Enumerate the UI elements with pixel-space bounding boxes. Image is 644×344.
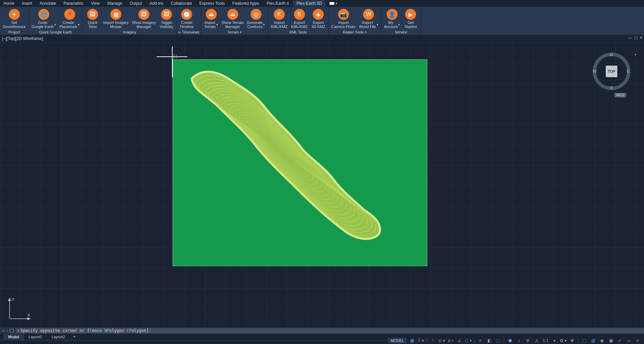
ribbon-panel-title[interactable]: Raster Tools▾ — [330, 29, 379, 35]
ribbon-btn-import-terrain[interactable]: ⛰Import Terrain▾ — [203, 8, 220, 29]
ribbon-panel-title[interactable]: Terrain▾ — [203, 29, 267, 35]
status-osnap-angle-icon[interactable]: ∠ — [456, 338, 463, 344]
status-isodraft-icon[interactable]: ⧄ ▾ — [447, 338, 454, 344]
status-osnap-icon[interactable]: ◻ ▾ — [465, 338, 472, 344]
camera-icon: 📷 — [338, 9, 349, 20]
viewport-label[interactable]: [–][Top][2D Wireframe] — [2, 36, 43, 41]
viewcube-east[interactable]: E — [627, 69, 630, 74]
status-selection-filter-icon[interactable]: ⟱ — [524, 338, 532, 344]
status-model-button[interactable]: MODEL — [388, 338, 407, 343]
ribbon-btn-import-imagery-mosaic[interactable]: ▦Import Imagery Mosaic — [102, 8, 130, 29]
ribbon-btn-set-georeference[interactable]: ✦Set Georeference — [1, 8, 27, 29]
status-annotation-scale-dropdown-icon[interactable]: ▾ — [551, 338, 558, 344]
status-transparency-icon[interactable]: ◧ — [485, 338, 493, 344]
viewcube-top-face[interactable]: TOP — [606, 66, 617, 77]
menu-tab-featured-apps[interactable]: Featured Apps — [232, 0, 259, 6]
status-dynamic-ucs-icon[interactable]: ⟟ — [515, 338, 523, 344]
command-opt-wpoly-hi[interactable]: WP — [104, 328, 109, 333]
layout-tab-add[interactable]: + — [70, 334, 79, 340]
menu-tab-plexearth4[interactable]: Plex.Earth 4 — [267, 0, 289, 6]
ribbon-btn-generate-contours[interactable]: ◎Generate Contours▾ — [246, 8, 267, 29]
ribbon-panel-title[interactable]: KML Tools — [269, 29, 327, 35]
ribbon-panel-title[interactable]: Project — [1, 29, 27, 35]
status-customize-icon[interactable]: ≡ — [634, 338, 641, 344]
ribbon-btn-my-account[interactable]: 👤My Account▾ — [383, 8, 402, 29]
menu-tab-collaborate[interactable]: Collaborate — [171, 0, 192, 6]
menu-tab-plexearth5d[interactable]: Plex-Earth 5D — [293, 0, 325, 6]
ribbon-btn-create-timeline[interactable]: 🕑Create Timeline — [178, 8, 195, 29]
status-3dosnap-icon[interactable]: ⬣ — [506, 338, 514, 344]
ribbon-btn-get-started[interactable]: ▶Get Started — [402, 8, 419, 29]
menu-tab-view[interactable]: View — [91, 0, 100, 6]
viewcube-menu-icon[interactable]: ▾ — [635, 53, 636, 56]
menu-tab-manage[interactable]: Manage — [107, 0, 122, 6]
ribbon-btn-import-camera-photo[interactable]: 📷Import Camera Photo — [330, 8, 357, 29]
ribbon-btn-import-world-file[interactable]: WImport World File▾ — [358, 8, 379, 29]
command-prompt-suffix: ]: — [146, 328, 151, 333]
close-icon[interactable]: ✕ — [640, 36, 643, 40]
status-hardware-icon[interactable]: ⤢ — [616, 338, 623, 344]
ribbon-btn-create-placemark[interactable]: 📍Create Placemark▾ — [58, 8, 81, 29]
status-ortho-icon[interactable]: └ — [429, 338, 437, 344]
menu-tab-insert[interactable]: Insert — [22, 0, 32, 6]
ribbon-panel-title[interactable]: ∞ Timeviews — [178, 29, 199, 35]
status-polar-icon[interactable]: ⊙ ▾ — [438, 338, 445, 344]
menu-tab-home[interactable]: Home — [3, 0, 14, 6]
chevron-right-icon[interactable]: › — [6, 328, 8, 333]
status-gear-icon[interactable]: ✿ ▾ — [560, 338, 567, 344]
command-opt-fence[interactable]: ence — [92, 328, 102, 333]
viewcube[interactable]: ▾ TOP N S E W — [593, 53, 630, 90]
ribbon-panel-service: 👤My Account▾▶Get StartedService — [381, 7, 421, 35]
selection-window[interactable] — [173, 59, 427, 266]
ribbon-panel-raster-tools: 📷Import Camera PhotoWImport World File▾R… — [328, 7, 381, 35]
command-opt-cpoly-hi[interactable]: CP — [126, 328, 131, 333]
ribbon-btn-show-imagery-manager[interactable]: 🖼Show Imagery Manager — [131, 8, 157, 29]
status-units-icon[interactable]: ⬚ — [580, 338, 588, 344]
status-graphics-icon[interactable]: ◉ — [598, 338, 606, 344]
ribbon-btn-export-3d-kmz[interactable]: ◈Export 3D KMZ — [310, 8, 327, 29]
ribbon-btn-export-kml-kmz[interactable]: KExport KML/KMZ — [290, 8, 309, 29]
status-quickprops-icon[interactable]: ▤ — [589, 338, 597, 344]
layout-tab-layout1[interactable]: Layout1 — [24, 334, 47, 340]
ribbon-panel-title[interactable]: Imagery — [84, 29, 175, 35]
menu-tab-annotate[interactable]: Annotate — [40, 0, 56, 6]
status-gizmo-icon[interactable]: 人 — [533, 338, 540, 344]
status-grid-icon[interactable]: ▦ — [408, 338, 416, 344]
command-caret-icon: ▾ — [17, 328, 19, 333]
status-snap-icon[interactable]: ⠿ ▾ — [417, 338, 425, 344]
status-lineweight-icon[interactable]: ≡ — [477, 338, 484, 344]
command-opt-wpoly[interactable]: olygon — [109, 328, 124, 333]
viewport[interactable]: ▾ TOP N S E W WCS Y X — [0, 42, 644, 328]
menu-extras-dropdown[interactable]: ▾ — [330, 2, 337, 5]
menu-tab-addins[interactable]: Add-ins — [149, 0, 163, 6]
viewcube-north[interactable]: N — [610, 53, 613, 57]
menu-tab-parametric[interactable]: Parametric — [64, 0, 83, 6]
command-opt-fence-hi[interactable]: F — [90, 328, 92, 333]
placemark-icon: 📍 — [64, 9, 75, 20]
close-icon[interactable]: ✕ — [2, 328, 4, 333]
ribbon-btn-show-terrain-manager[interactable]: ⛰Show Terrain Manager — [220, 8, 245, 29]
ribbon-btn-import-kml-kmz[interactable]: KImport KML/KMZ — [269, 8, 289, 29]
wcs-badge[interactable]: WCS — [614, 93, 626, 97]
viewcube-south[interactable]: S — [610, 85, 613, 90]
command-input[interactable]: ▾ Specify opposite corner or [ Fence WPo… — [16, 328, 644, 333]
status-selection-cycle-icon[interactable]: ⬚ — [494, 338, 502, 344]
menu-tab-output[interactable]: Output — [130, 0, 142, 6]
status-clean-screen-icon[interactable]: ▭ — [625, 338, 632, 344]
status-annotation-scale[interactable]: 1:1 — [542, 338, 549, 344]
command-opt-cpoly[interactable]: olygon — [132, 328, 146, 333]
layout-tab-layout2[interactable]: Layout2 — [47, 334, 70, 340]
viewcube-west[interactable]: W — [593, 69, 596, 74]
ribbon-btn-zoom-google-earth[interactable]: 🌐Zoom Google Earth▾ — [30, 8, 57, 29]
status-plus-icon[interactable]: ✚ — [568, 338, 576, 344]
status-isolate-icon[interactable]: ▣ — [607, 338, 615, 344]
history-icon[interactable] — [10, 329, 14, 332]
minimize-icon[interactable]: — — [628, 36, 632, 40]
ribbon-panel-title[interactable]: Quick Google Earth — [30, 29, 81, 35]
ribbon-panel-title[interactable]: Service — [383, 29, 419, 35]
ribbon-btn-toggle-visibility[interactable]: 🖼Toggle Visibility — [158, 8, 175, 29]
menu-tab-express-tools[interactable]: Express Tools — [199, 0, 225, 6]
ribbon-btn-quick-view[interactable]: 🖼Quick View — [84, 8, 101, 29]
maximize-icon[interactable]: ▢ — [634, 36, 638, 40]
layout-tab-model[interactable]: Model — [3, 334, 24, 340]
